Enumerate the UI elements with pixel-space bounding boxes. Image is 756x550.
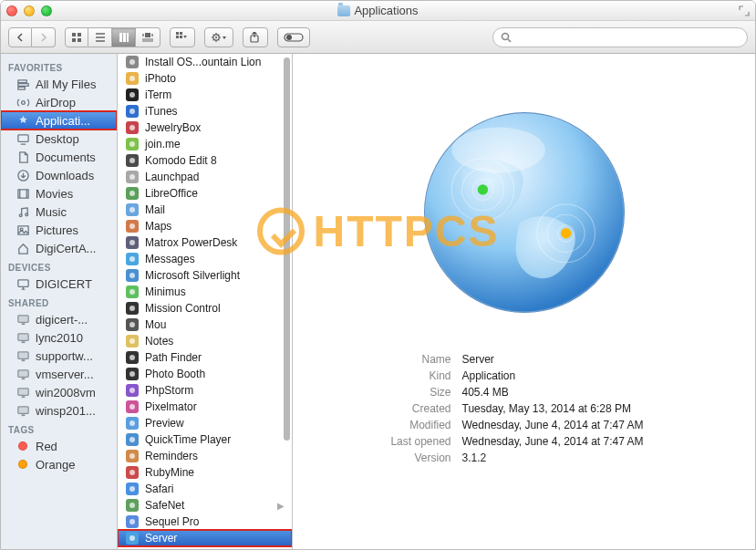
network-drive-icon <box>16 312 30 327</box>
sidebar-item-imac[interactable]: DIGICERT <box>1 275 117 293</box>
file-row[interactable]: Install OS...ountain Lion <box>118 54 292 70</box>
file-row[interactable]: Path Finder <box>118 349 292 366</box>
app-icon <box>125 482 140 496</box>
folder-icon <box>337 5 350 16</box>
sidebar-item-downloads[interactable]: Downloads <box>1 166 117 184</box>
sidebar-item-tag[interactable]: Orange <box>1 455 117 473</box>
file-row[interactable]: Safari <box>118 481 292 497</box>
value-size: 405.4 MB <box>462 386 698 399</box>
search-field[interactable] <box>492 27 748 47</box>
file-row[interactable]: Mail <box>118 202 292 218</box>
svg-rect-51 <box>17 333 27 340</box>
file-row[interactable]: Minimus <box>118 284 292 300</box>
list-view-button[interactable] <box>88 27 112 47</box>
sidebar-item-network-drive[interactable]: vmserver... <box>1 365 117 383</box>
file-row[interactable]: Pixelmator <box>118 399 292 415</box>
file-row[interactable]: Komodo Edit 8 <box>118 152 292 169</box>
window-body: FAVORITESAll My FilesAirDropApplicati...… <box>1 54 755 549</box>
file-row[interactable]: PhpStorm <box>118 382 292 399</box>
app-icon <box>125 498 140 513</box>
file-row[interactable]: Photo Booth <box>118 366 292 382</box>
file-row[interactable]: Messages <box>118 251 292 267</box>
column-view-button[interactable] <box>112 27 136 47</box>
sidebar-item-network-drive[interactable]: win2008vm <box>1 383 117 401</box>
all-my-files-icon <box>16 77 30 91</box>
svg-rect-58 <box>21 396 25 398</box>
sidebar-item-network-drive[interactable]: digicert-... <box>1 310 117 328</box>
file-row[interactable]: QuickTime Player <box>118 431 292 448</box>
sidebar-item-movies[interactable]: Movies <box>1 184 117 202</box>
svg-rect-55 <box>17 369 27 377</box>
view-mode-buttons <box>65 27 161 47</box>
share-button[interactable] <box>243 27 268 47</box>
file-row[interactable]: Notes <box>118 333 292 349</box>
coverflow-view-button[interactable] <box>136 27 161 47</box>
file-row[interactable]: Server <box>118 530 292 546</box>
file-row[interactable]: Microsoft Silverlight <box>118 267 292 284</box>
label-lastopened: Last opened <box>351 435 451 448</box>
file-row[interactable]: Matrox PowerDesk <box>118 234 292 251</box>
tags-button[interactable] <box>277 27 310 47</box>
sidebar-item-label: win2008vm <box>36 386 96 400</box>
sidebar-item-network-drive[interactable]: supportw... <box>1 347 117 365</box>
svg-point-102 <box>129 388 135 393</box>
file-row[interactable]: iPhoto <box>118 70 292 87</box>
app-icon <box>125 235 140 250</box>
icon-view-button[interactable] <box>65 27 88 47</box>
file-row[interactable]: JewelryBox <box>118 119 292 136</box>
file-row[interactable]: Sequel Pro <box>118 514 292 530</box>
file-row[interactable]: RubyMine <box>118 464 292 481</box>
svg-rect-12 <box>151 34 153 36</box>
action-menu[interactable] <box>204 27 233 47</box>
svg-rect-38 <box>17 134 27 141</box>
file-row[interactable]: iTerm <box>118 87 292 103</box>
app-icon <box>125 252 140 266</box>
search-input[interactable] <box>515 31 740 44</box>
back-button[interactable] <box>8 27 32 47</box>
file-row[interactable]: Mou <box>118 317 292 333</box>
file-name: iTerm <box>145 88 171 101</box>
forward-button[interactable] <box>32 27 56 47</box>
scrollbar[interactable] <box>284 57 290 441</box>
sidebar: FAVORITESAll My FilesAirDropApplicati...… <box>1 54 118 549</box>
sidebar-item-label: Desktop <box>36 132 79 146</box>
home-icon <box>16 241 30 255</box>
svg-rect-57 <box>17 388 27 395</box>
sidebar-item-music[interactable]: Music <box>1 202 117 221</box>
arrange-menu[interactable] <box>170 27 195 47</box>
file-row[interactable]: SafeNet▶ <box>118 497 292 514</box>
sidebar-item-documents[interactable]: Documents <box>1 148 117 166</box>
file-row[interactable]: Launchpad <box>118 169 292 185</box>
sidebar-item-label: digicert-... <box>36 313 88 327</box>
fullscreen-icon[interactable] <box>739 5 750 16</box>
label-modified: Modified <box>351 419 451 431</box>
value-version: 3.1.2 <box>462 451 698 464</box>
sidebar-item-tag[interactable]: Red <box>1 437 117 455</box>
sidebar-item-airdrop[interactable]: AirDrop <box>1 93 117 111</box>
file-row[interactable]: Reminders <box>118 448 292 464</box>
sidebar-item-network-drive[interactable]: winsp201... <box>1 401 117 420</box>
file-name: QuickTime Player <box>145 433 231 446</box>
sidebar-item-home[interactable]: DigiCertA... <box>1 239 117 257</box>
svg-rect-7 <box>119 33 122 42</box>
titlebar: Applications <box>1 1 755 21</box>
sidebar-item-applications[interactable]: Applicati... <box>1 111 117 130</box>
sidebar-item-pictures[interactable]: Pictures <box>1 221 117 239</box>
file-name: Server <box>145 532 177 545</box>
sidebar-item-desktop[interactable]: Desktop <box>1 130 117 148</box>
svg-rect-17 <box>176 36 179 38</box>
svg-rect-36 <box>17 87 25 89</box>
svg-point-96 <box>129 338 135 344</box>
file-row[interactable]: iTunes <box>118 103 292 119</box>
sidebar-item-network-drive[interactable]: lync2010 <box>1 328 117 347</box>
sidebar-item-all-my-files[interactable]: All My Files <box>1 75 117 93</box>
svg-point-76 <box>129 174 135 180</box>
file-row[interactable]: Maps <box>118 218 292 234</box>
file-row[interactable]: LibreOffice <box>118 185 292 202</box>
file-row[interactable]: Mission Control <box>118 300 292 317</box>
app-icon <box>125 219 140 233</box>
file-name: Messages <box>145 253 195 265</box>
file-row[interactable]: join.me <box>118 136 292 152</box>
app-icon <box>125 88 140 102</box>
file-row[interactable]: Preview <box>118 415 292 431</box>
